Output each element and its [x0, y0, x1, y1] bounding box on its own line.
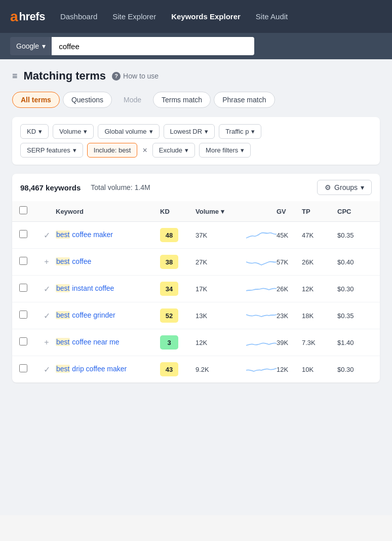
- search-input[interactable]: [52, 37, 254, 55]
- search-engine-button[interactable]: Google ▾: [10, 37, 52, 55]
- filter-lowest-dr[interactable]: Lowest DR ▾: [164, 124, 215, 139]
- gv-cell: 23K: [277, 312, 302, 320]
- kd-cell: 43: [160, 362, 195, 376]
- filter-serp-features[interactable]: SERP features ▾: [20, 143, 83, 158]
- filter-global-volume[interactable]: Global volume ▾: [98, 124, 159, 139]
- keyword-rest: coffee maker: [70, 230, 113, 239]
- kd-arrow-icon: ▾: [38, 128, 42, 135]
- hamburger-icon[interactable]: ≡: [12, 71, 18, 82]
- cpc-cell: $0.30: [337, 366, 373, 373]
- filter-more[interactable]: More filters ▾: [199, 143, 251, 158]
- filter-kd[interactable]: KD ▾: [20, 124, 49, 139]
- tab-questions[interactable]: Questions: [63, 92, 112, 108]
- keyword-highlight: best: [56, 257, 70, 265]
- kd-badge: 38: [160, 255, 178, 269]
- nav-site-explorer[interactable]: Site Explorer: [112, 12, 156, 21]
- header-cpc: CPC: [337, 206, 373, 216]
- keyword-highlight: best: [56, 230, 70, 239]
- sparkline-cell: [246, 282, 277, 296]
- cpc-cell: $0.30: [337, 285, 373, 293]
- row-checkbox[interactable]: [19, 230, 27, 238]
- keyword-link[interactable]: best coffee: [56, 257, 91, 265]
- page-content: ≡ Matching terms ? How to use All terms …: [0, 59, 392, 515]
- keyword-link[interactable]: best coffee near me: [56, 338, 120, 346]
- kd-badge: 43: [160, 362, 178, 376]
- table-header: Keyword KD Volume ▾ GV TP CPC: [12, 201, 380, 222]
- more-filters-arrow-icon: ▾: [241, 146, 244, 154]
- filter-volume[interactable]: Volume ▾: [53, 124, 94, 139]
- row-action[interactable]: ✓: [37, 284, 56, 294]
- groups-button[interactable]: ⚙ Groups ▾: [317, 180, 372, 195]
- keyword-cell: best coffee: [56, 257, 160, 267]
- volume-arrow-icon: ▾: [84, 128, 87, 135]
- row-action[interactable]: ✓: [37, 365, 56, 374]
- exclude-label: Exclude: [159, 146, 182, 154]
- global-volume-label: Global volume: [104, 128, 146, 135]
- groups-arrow-icon: ▾: [361, 183, 364, 191]
- cpc-cell: $0.35: [337, 312, 373, 320]
- tab-all-terms[interactable]: All terms: [12, 92, 60, 108]
- serp-features-label: SERP features: [27, 146, 70, 154]
- lowest-dr-label: Lowest DR: [170, 128, 203, 135]
- filter-exclude[interactable]: Exclude ▾: [152, 143, 195, 158]
- nav-keywords-explorer[interactable]: Keywords Explorer: [171, 12, 241, 21]
- keyword-highlight: best: [56, 284, 70, 292]
- volume-label: Volume: [59, 128, 81, 135]
- volume-cell: 27K: [195, 258, 246, 266]
- keyword-cell: best coffee near me: [56, 337, 160, 347]
- tab-phrase-match[interactable]: Phrase match: [214, 92, 275, 108]
- row-checkbox[interactable]: [19, 311, 27, 319]
- logo-text: hrefs: [19, 10, 45, 23]
- nav-dashboard[interactable]: Dashboard: [60, 12, 97, 21]
- row-checkbox[interactable]: [19, 364, 27, 372]
- keyword-rest: instant coffee: [70, 284, 114, 292]
- keyword-rest: drip coffee maker: [70, 365, 127, 373]
- sparkline-cell: [246, 335, 277, 350]
- filter-traffic[interactable]: Traffic p ▾: [219, 124, 261, 139]
- gv-cell: 57K: [277, 258, 302, 266]
- traffic-label: Traffic p: [225, 128, 249, 135]
- tabs-row: All terms Questions Mode Terms match Phr…: [12, 92, 380, 108]
- tab-terms-match[interactable]: Terms match: [153, 92, 211, 108]
- row-checkbox[interactable]: [19, 257, 27, 265]
- include-clear-button[interactable]: ×: [141, 146, 148, 154]
- groups-filter-icon: ⚙: [325, 183, 331, 191]
- keyword-link[interactable]: best coffee grinder: [56, 311, 115, 319]
- row-action[interactable]: ✓: [37, 230, 56, 240]
- gv-cell: 39K: [277, 339, 302, 346]
- how-to-use-link[interactable]: ? How to use: [112, 72, 159, 81]
- header-chart: [246, 206, 277, 216]
- kd-badge: 34: [160, 282, 178, 296]
- keyword-cell: best instant coffee: [56, 284, 160, 294]
- keyword-link[interactable]: best instant coffee: [56, 284, 114, 292]
- engine-chevron-icon: ▾: [42, 42, 46, 50]
- kd-cell: 34: [160, 282, 195, 296]
- row-action[interactable]: +: [37, 338, 56, 347]
- filters-section: KD ▾ Volume ▾ Global volume ▾ Lowest DR …: [12, 117, 380, 165]
- sparkline-cell: [246, 255, 277, 269]
- select-all-checkbox[interactable]: [19, 206, 27, 214]
- filter-include[interactable]: Include: best: [87, 143, 138, 158]
- lowest-dr-arrow-icon: ▾: [205, 128, 208, 135]
- filters-row-2: SERP features ▾ Include: best × Exclude …: [20, 143, 372, 158]
- gv-cell: 12K: [277, 366, 302, 373]
- keyword-link[interactable]: best drip coffee maker: [56, 365, 127, 373]
- keyword-cell: best coffee grinder: [56, 311, 160, 321]
- cpc-cell: $0.35: [337, 231, 373, 239]
- kd-cell: 52: [160, 308, 195, 323]
- keyword-link[interactable]: best coffee maker: [56, 230, 113, 239]
- table-row: ✓best instant coffee3417K26K12K$0.30: [12, 276, 380, 302]
- sparkline-chart: [246, 255, 277, 269]
- nav-site-audit[interactable]: Site Audit: [256, 12, 288, 21]
- row-checkbox[interactable]: [19, 337, 27, 345]
- tp-cell: 26K: [302, 258, 337, 266]
- row-action[interactable]: ✓: [37, 311, 56, 321]
- sparkline-chart: [246, 308, 277, 323]
- logo[interactable]: a hrefs: [10, 10, 45, 24]
- table-row: +best coffee near me312K39K7.3K$1.40: [12, 329, 380, 356]
- table-row: ✓best coffee maker4837K45K47K$0.35: [12, 222, 380, 249]
- row-action[interactable]: +: [37, 257, 56, 266]
- kd-cell: 48: [160, 228, 195, 242]
- header-volume[interactable]: Volume ▾: [195, 206, 246, 216]
- row-checkbox[interactable]: [19, 284, 27, 292]
